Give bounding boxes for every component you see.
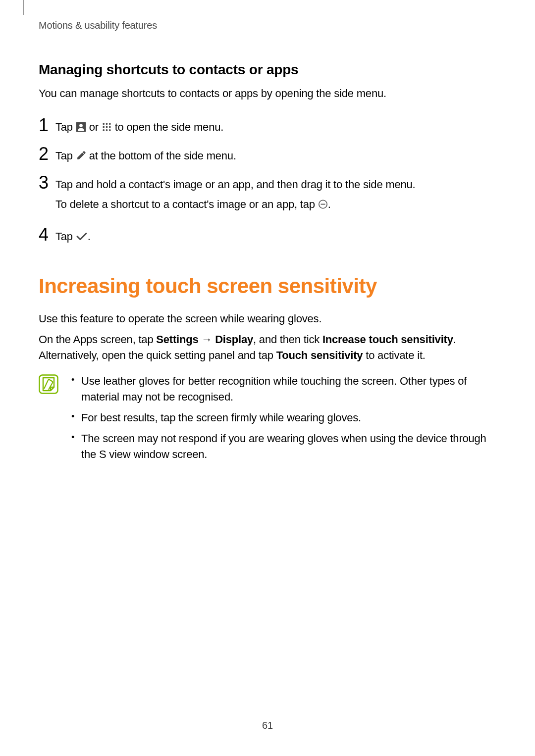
running-header: Motions & usability features xyxy=(39,20,488,31)
t: to activate it. xyxy=(363,349,425,361)
svg-point-3 xyxy=(106,123,107,125)
section-heading-shortcuts: Managing shortcuts to contacts or apps xyxy=(39,62,488,78)
t: → xyxy=(199,333,215,346)
svg-point-2 xyxy=(103,123,105,125)
svg-point-4 xyxy=(109,123,111,125)
note-item: The screen may not respond if you are we… xyxy=(70,431,488,462)
section2-intro: Use this feature to operate the screen w… xyxy=(39,311,488,327)
step-4: 4 Tap . xyxy=(39,226,488,245)
note-bullet-list: Use leather gloves for better recognitio… xyxy=(70,373,488,467)
pencil-edit-icon xyxy=(76,151,86,161)
t: On the Apps screen, tap xyxy=(39,333,156,346)
bold-text: Touch sensitivity xyxy=(276,349,363,361)
step-2: 2 Tap at the bottom of the side menu. xyxy=(39,145,488,164)
step-text: Tap xyxy=(55,150,76,162)
note-item: Use leather gloves for better recognitio… xyxy=(70,373,488,405)
svg-point-5 xyxy=(103,126,105,128)
step-text: at the bottom of the side menu. xyxy=(86,150,236,162)
t: , and then tick xyxy=(253,333,322,346)
step-text: to open the side menu. xyxy=(112,121,223,133)
step-list: 1 Tap or to open the side menu. 2 Tap at… xyxy=(39,116,488,245)
svg-point-8 xyxy=(103,129,105,131)
step-text: To delete a shortcut to a contact's imag… xyxy=(55,198,318,210)
bold-text: Increase touch sensitivity xyxy=(322,333,453,346)
note-icon xyxy=(39,374,58,394)
step-text-line1: Tap and hold a contact's image or an app… xyxy=(55,177,416,193)
step-text: . xyxy=(328,198,331,210)
step-number: 1 xyxy=(39,116,55,134)
section2-instructions: On the Apps screen, tap Settings → Displ… xyxy=(39,332,488,363)
note-block: Use leather gloves for better recognitio… xyxy=(39,373,488,467)
contact-silhouette-icon xyxy=(76,122,86,132)
section-heading-sensitivity: Increasing touch screen sensitivity xyxy=(39,274,488,298)
bold-text: Settings xyxy=(156,333,198,346)
document-page: Motions & usability features Managing sh… xyxy=(0,0,535,756)
checkmark-icon xyxy=(76,231,88,242)
minus-circle-icon xyxy=(318,199,328,209)
step-text: Tap xyxy=(55,121,76,133)
svg-point-1 xyxy=(79,124,83,127)
step-number: 3 xyxy=(39,174,55,192)
step-number: 2 xyxy=(39,145,55,163)
step-3: 3 Tap and hold a contact's image or an a… xyxy=(39,174,488,216)
step-text: Tap xyxy=(55,230,76,243)
svg-point-10 xyxy=(109,129,111,131)
step-text: . xyxy=(88,230,91,243)
apps-grid-icon xyxy=(102,122,112,132)
bold-text: Display xyxy=(215,333,253,346)
svg-point-7 xyxy=(109,126,111,128)
svg-point-9 xyxy=(106,129,107,131)
note-item: For best results, tap the screen firmly … xyxy=(70,410,488,426)
page-number: 61 xyxy=(0,720,535,731)
section1-intro: You can manage shortcuts to contacts or … xyxy=(39,86,488,101)
step-text: or xyxy=(86,121,102,133)
svg-point-6 xyxy=(106,126,107,128)
step-1: 1 Tap or to open the side menu. xyxy=(39,116,488,135)
step-number: 4 xyxy=(39,226,55,244)
